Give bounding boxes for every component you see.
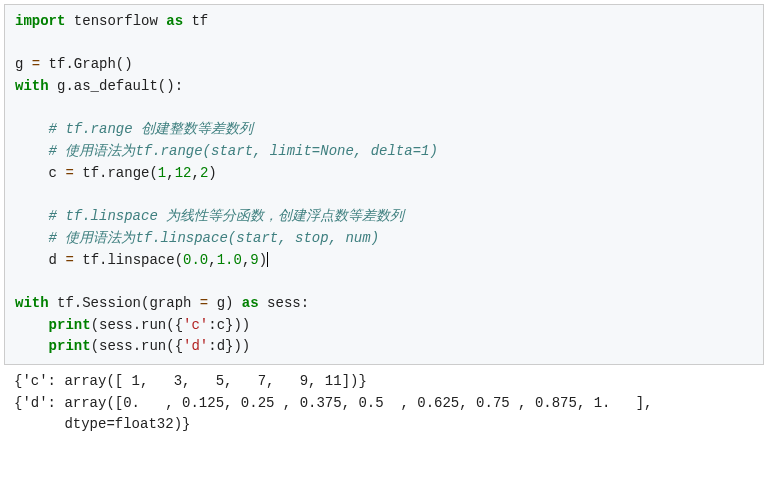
string: 'd' (183, 338, 208, 354)
var-c: c (49, 165, 66, 181)
indent (15, 230, 49, 246)
string: 'c' (183, 317, 208, 333)
code-line-9-blank (15, 185, 753, 207)
keyword-with: with (15, 78, 49, 94)
keyword-with: with (15, 295, 49, 311)
code-line-14: with tf.Session(graph = g) as sess: (15, 293, 753, 315)
output-block: {'c': array([ 1, 3, 5, 7, 9, 11])} {'d':… (4, 369, 764, 438)
comma: , (191, 165, 199, 181)
expr: g) (208, 295, 242, 311)
code-line-3: g = tf.Graph() (15, 54, 753, 76)
paren-close: ) (208, 165, 216, 181)
expr: g.as_default(): (49, 78, 183, 94)
expr: tf.range( (74, 165, 158, 181)
comma: , (208, 252, 216, 268)
expr: tf.linspace( (74, 252, 183, 268)
number: 12 (175, 165, 192, 181)
indent (15, 317, 49, 333)
code-line-11: # 使用语法为tf.linspace(start, stop, num) (15, 228, 753, 250)
comma: , (166, 165, 174, 181)
indent (15, 143, 49, 159)
alias-name: tf (191, 13, 208, 29)
comment: # tf.linspace 为线性等分函数，创建浮点数等差数列 (49, 208, 405, 224)
var-g: g (15, 56, 32, 72)
expr: (sess.run({ (91, 338, 183, 354)
output-line-3: dtype=float32)} (14, 414, 754, 436)
expr: sess: (259, 295, 309, 311)
code-line-6: # tf.range 创建整数等差数列 (15, 119, 753, 141)
code-line-8: c = tf.range(1,12,2) (15, 163, 753, 185)
module-name: tensorflow (74, 13, 158, 29)
expr: (sess.run({ (91, 317, 183, 333)
indent (15, 121, 49, 137)
output-line-1: {'c': array([ 1, 3, 5, 7, 9, 11])} (14, 371, 754, 393)
code-block: import tensorflow as tf g = tf.Graph() w… (4, 4, 764, 365)
code-line-15: print(sess.run({'c':c})) (15, 315, 753, 337)
space (65, 13, 73, 29)
code-line-4: with g.as_default(): (15, 76, 753, 98)
comment: # 使用语法为tf.linspace(start, stop, num) (49, 230, 379, 246)
keyword-import: import (15, 13, 65, 29)
code-line-13-blank (15, 271, 753, 293)
equals: = (65, 165, 73, 181)
keyword-as: as (166, 13, 183, 29)
equals: = (200, 295, 208, 311)
code-line-16: print(sess.run({'d':d})) (15, 336, 753, 358)
code-line-1: import tensorflow as tf (15, 11, 753, 33)
paren-close: ) (259, 252, 267, 268)
indent (15, 252, 49, 268)
code-line-5-blank (15, 98, 753, 120)
equals: = (65, 252, 73, 268)
var-d: d (49, 252, 66, 268)
indent (15, 165, 49, 181)
code-line-7: # 使用语法为tf.range(start, limit=None, delta… (15, 141, 753, 163)
print-fn: print (49, 338, 91, 354)
comment: # tf.range 创建整数等差数列 (49, 121, 253, 137)
expr: :d})) (208, 338, 250, 354)
number: 9 (250, 252, 258, 268)
number: 0.0 (183, 252, 208, 268)
number: 1 (158, 165, 166, 181)
output-line-2: {'d': array([0. , 0.125, 0.25 , 0.375, 0… (14, 393, 754, 415)
indent (15, 338, 49, 354)
code-line-10: # tf.linspace 为线性等分函数，创建浮点数等差数列 (15, 206, 753, 228)
expr: tf.Session(graph (49, 295, 200, 311)
number: 1.0 (217, 252, 242, 268)
equals: = (32, 56, 40, 72)
code-line-2-blank (15, 33, 753, 55)
print-fn: print (49, 317, 91, 333)
code-line-12: d = tf.linspace(0.0,1.0,9) (15, 250, 753, 272)
text-cursor (267, 252, 268, 267)
keyword-as: as (242, 295, 259, 311)
indent (15, 208, 49, 224)
comment: # 使用语法为tf.range(start, limit=None, delta… (49, 143, 438, 159)
expr: tf.Graph() (40, 56, 132, 72)
expr: :c})) (208, 317, 250, 333)
space (158, 13, 166, 29)
